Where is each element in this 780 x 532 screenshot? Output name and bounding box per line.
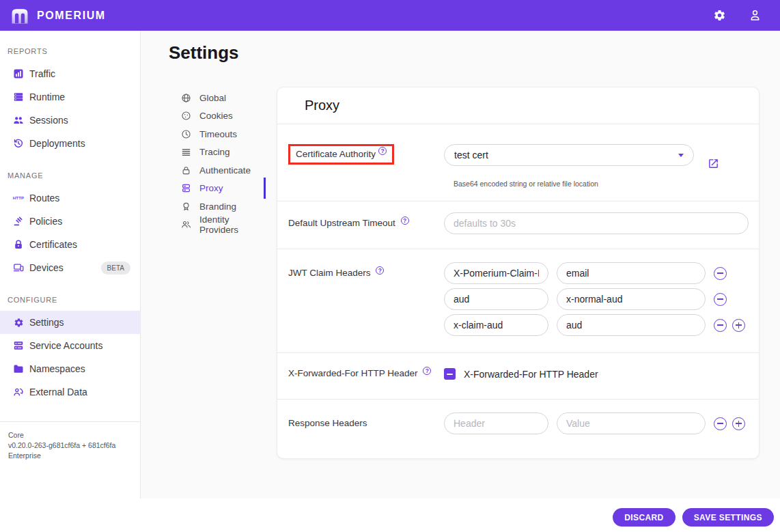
response-header-key-input[interactable] [444, 412, 548, 434]
sidebar-item-label: Certificates [29, 239, 77, 250]
settings-nav-proxy[interactable]: Proxy [181, 180, 266, 198]
response-headers-label: Response Headers [288, 418, 367, 428]
selected-nav-indicator [264, 178, 266, 199]
help-icon[interactable]: ? [401, 216, 409, 225]
jwt-claim-key-input[interactable] [444, 262, 548, 284]
deployments-history-icon [13, 138, 24, 149]
sidebar-item-namespaces[interactable]: Namespaces [0, 357, 140, 380]
certificate-authority-helper: Base64 encoded string or relative file l… [454, 180, 748, 188]
jwt-claim-value-input[interactable] [557, 314, 706, 336]
jwt-claim-value-input[interactable] [557, 262, 706, 284]
routes-http-icon: HTTP [13, 193, 24, 204]
settings-gear-icon [13, 317, 24, 328]
jwt-claim-row [444, 288, 748, 310]
form-actions: DISCARD SAVE SETTINGS [613, 508, 774, 527]
jwt-claim-key-input[interactable] [444, 314, 548, 336]
add-row-icon[interactable] [732, 417, 745, 430]
settings-nav-label: Tracing [199, 147, 230, 157]
sessions-people-icon [13, 115, 24, 126]
default-upstream-timeout-label: Default Upstream Timeout [288, 218, 395, 228]
settings-nav-identity-providers[interactable]: Identity Providers [181, 216, 266, 234]
jwt-claim-row [444, 262, 748, 284]
certificate-authority-label-cell: Certificate Authority ? [288, 144, 444, 165]
settings-nav-label: Branding [199, 201, 236, 212]
jwt-claim-headers-row: JWT Claim Headers ? [277, 249, 759, 353]
settings-nav-branding[interactable]: Branding [181, 197, 266, 216]
certificate-authority-value: test cert [454, 150, 488, 160]
jwt-claim-value-input[interactable] [557, 288, 706, 310]
sidebar-item-service-accounts[interactable]: Service Accounts [0, 334, 140, 357]
sidebar-item-label: Sessions [29, 115, 68, 126]
remove-row-icon[interactable] [714, 293, 727, 306]
sidebar-item-label: Namespaces [29, 363, 85, 374]
settings-nav-label: Identity Providers [199, 214, 266, 235]
settings-nav-tracing[interactable]: Tracing [181, 143, 266, 162]
response-header-value-input[interactable] [557, 412, 706, 434]
sidebar-item-policies[interactable]: Policies [0, 210, 140, 233]
runtime-stack-icon [13, 92, 24, 102]
remove-row-icon[interactable] [714, 267, 727, 280]
identity-people-icon [181, 219, 191, 229]
version-edition: Enterprise [8, 451, 140, 461]
external-data-icon [13, 387, 24, 397]
namespaces-folder-icon [13, 363, 24, 374]
x-forwarded-for-checkbox[interactable] [444, 368, 456, 380]
lock-icon [181, 165, 191, 176]
sidebar-item-label: Service Accounts [29, 340, 102, 351]
open-in-new-icon[interactable] [708, 158, 719, 172]
settings-nav-label: Proxy [199, 183, 223, 193]
add-row-icon[interactable] [732, 319, 745, 332]
card-title: Proxy [277, 87, 759, 124]
clock-icon [181, 129, 191, 139]
section-label-manage: MANAGE [0, 155, 140, 186]
proxy-settings-card: Proxy Certificate Authority ? test cert [277, 87, 760, 459]
settings-nav: Global Cookies Timeouts Tracing Authenti… [181, 89, 266, 234]
sidebar: REPORTS Traffic Runtime Sessions Deploym… [0, 31, 141, 499]
sidebar-item-sessions[interactable]: Sessions [0, 109, 140, 132]
response-headers-row: Response Headers [277, 400, 759, 458]
sidebar-item-external-data[interactable]: External Data [0, 380, 140, 404]
user-account-icon[interactable] [747, 8, 762, 23]
help-icon[interactable]: ? [376, 266, 384, 275]
globe-icon [181, 93, 191, 103]
cookie-icon [181, 111, 191, 121]
settings-nav-cookies[interactable]: Cookies [181, 107, 266, 126]
sidebar-item-devices[interactable]: Devices BETA [0, 256, 140, 279]
settings-nav-timeouts[interactable]: Timeouts [181, 125, 266, 143]
certificate-authority-select[interactable]: test cert [444, 144, 694, 166]
chevron-down-icon [678, 154, 684, 157]
sidebar-item-runtime[interactable]: Runtime [0, 85, 140, 109]
sidebar-item-label: Runtime [29, 92, 65, 102]
settings-nav-label: Cookies [199, 111, 233, 121]
remove-row-icon[interactable] [714, 417, 727, 430]
certificate-authority-row: Certificate Authority ? test cert Base64… [277, 124, 759, 201]
x-forwarded-for-label-cell: X-Forwarded-For HTTP Header ? [288, 368, 444, 378]
discard-button[interactable]: DISCARD [613, 508, 675, 527]
default-upstream-timeout-input[interactable] [444, 212, 749, 234]
version-info: Core v0.20.0-263-g681cf6fa + 681cf6fa En… [0, 430, 140, 461]
help-icon[interactable]: ? [423, 367, 431, 375]
sidebar-item-settings[interactable]: Settings [0, 311, 140, 334]
settings-nav-authenticate[interactable]: Authenticate [181, 161, 266, 180]
pomerium-bridge-icon [10, 6, 30, 25]
jwt-claim-headers-label: JWT Claim Headers [288, 268, 371, 278]
settings-gear-icon[interactable] [712, 8, 727, 23]
brand-name: POMERIUM [37, 10, 106, 22]
sidebar-item-deployments[interactable]: Deployments [0, 132, 140, 155]
sidebar-item-certificates[interactable]: Certificates [0, 233, 140, 256]
help-icon[interactable]: ? [378, 147, 387, 155]
sidebar-item-traffic[interactable]: Traffic [0, 62, 140, 85]
save-settings-button[interactable]: SAVE SETTINGS [682, 508, 774, 527]
settings-nav-global[interactable]: Global [181, 89, 266, 107]
sidebar-item-routes[interactable]: HTTP Routes [0, 186, 140, 210]
beta-badge: BETA [101, 262, 130, 275]
jwt-claim-key-input[interactable] [444, 288, 548, 310]
settings-nav-label: Timeouts [199, 129, 237, 139]
certificate-authority-label: Certificate Authority [296, 149, 376, 159]
x-forwarded-for-checkbox-label: X-Forwarded-For HTTP Header [464, 369, 598, 380]
page-title: Settings [169, 42, 239, 64]
response-header-row [444, 412, 748, 434]
sidebar-item-label: External Data [29, 387, 87, 397]
remove-row-icon[interactable] [714, 319, 727, 332]
version-string: v0.20.0-263-g681cf6fa + 681cf6fa [8, 440, 140, 451]
